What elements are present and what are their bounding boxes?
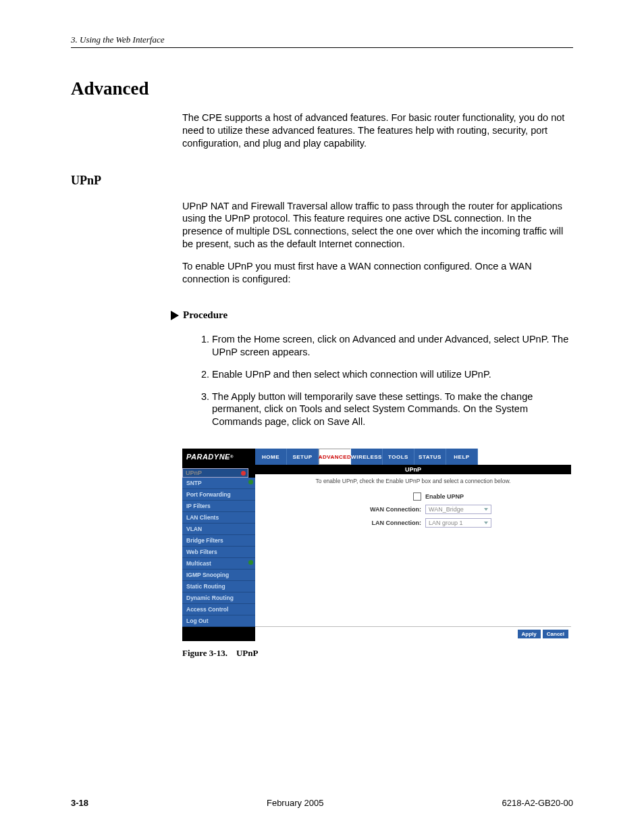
page-footer: 3-18 February 2005 6218-A2-GB20-00 <box>71 798 573 808</box>
step-1: From the Home screen, click on Advanced … <box>212 333 570 359</box>
procedure-label: Procedure <box>183 309 227 321</box>
procedure-triangle-icon <box>171 311 179 320</box>
step-3: The Apply button will temporarily save t… <box>212 390 570 429</box>
footer-doc-id: 6218-A2-GB20-00 <box>502 798 573 808</box>
tab-help[interactable]: HELP <box>446 449 478 465</box>
enable-upnp-checkbox[interactable] <box>413 492 421 501</box>
router-screenshot: PARADYNE® HOME SETUP ADVANCED WIRELESS T… <box>182 449 571 641</box>
sidebar-item-igmp-snooping[interactable]: IGMP Snooping <box>182 570 255 581</box>
procedure-steps: From the Home screen, click on Advanced … <box>196 333 570 428</box>
top-tabs: HOME SETUP ADVANCED WIRELESS TOOLS STATU… <box>255 449 571 465</box>
tab-setup[interactable]: SETUP <box>287 449 319 465</box>
running-header: 3. Using the Web Interface <box>71 34 165 45</box>
tab-tools[interactable]: TOOLS <box>383 449 414 465</box>
tab-home[interactable]: HOME <box>255 449 287 465</box>
enable-upnp-label: Enable UPNP <box>425 493 506 500</box>
section-upnp-heading: UPnP <box>71 174 573 188</box>
footer-date: February 2005 <box>267 798 324 808</box>
sidebar-item-lan-clients[interactable]: LAN Clients <box>182 512 255 524</box>
page-number: 3-18 <box>71 798 88 808</box>
upnp-paragraph-1: UPnP NAT and Firewall Traversal allow tr… <box>182 200 570 251</box>
chevron-down-icon <box>484 508 488 511</box>
content-subtitle: To enable UPnP, check the Enable UPnP bo… <box>255 474 571 492</box>
sidebar-item-dynamic-routing[interactable]: Dynamic Routing <box>182 592 255 604</box>
tab-wireless[interactable]: WIRELESS <box>351 449 383 465</box>
sidebar-item-ip-filters[interactable]: IP Filters <box>182 501 255 512</box>
step-2: Enable UPnP and then select which connec… <box>212 368 570 381</box>
content-title: UPnP <box>255 465 571 474</box>
sidebar-item-vlan[interactable]: VLAN <box>182 524 255 535</box>
sidebar-item-web-filters[interactable]: Web Filters <box>182 547 255 558</box>
lan-connection-label: LAN Connection: <box>320 520 421 526</box>
tab-status[interactable]: STATUS <box>414 449 446 465</box>
figure-caption: Figure 3-13. UPnP <box>182 648 573 659</box>
page-title: Advanced <box>71 78 573 99</box>
sidebar-item-multicast[interactable]: Multicast <box>182 558 255 570</box>
sidebar: UPnP SNTP Port Forwarding IP Filters LAN… <box>182 465 255 641</box>
wan-connection-label: WAN Connection: <box>320 506 421 513</box>
tab-advanced[interactable]: ADVANCED <box>319 449 351 465</box>
sidebar-item-access-control[interactable]: Access Control <box>182 604 255 615</box>
intro-paragraph: The CPE supports a host of advanced feat… <box>182 111 570 150</box>
sidebar-item-upnp[interactable]: UPnP <box>182 468 248 478</box>
sidebar-item-bridge-filters[interactable]: Bridge Filters <box>182 535 255 547</box>
wan-connection-select[interactable]: WAN_Bridge <box>425 505 491 514</box>
upnp-paragraph-2: To enable UPnP you must first have a WAN… <box>182 260 570 286</box>
cancel-button[interactable]: Cancel <box>543 630 568 638</box>
sidebar-item-static-routing[interactable]: Static Routing <box>182 581 255 592</box>
apply-button[interactable]: Apply <box>518 630 541 638</box>
chevron-down-icon <box>484 522 488 524</box>
sidebar-item-log-out[interactable]: Log Out <box>182 615 255 627</box>
sidebar-item-port-forwarding[interactable]: Port Forwarding <box>182 489 255 501</box>
brand-logo: PARADYNE® <box>182 449 255 465</box>
sidebar-item-sntp[interactable]: SNTP <box>182 478 255 489</box>
lan-connection-select[interactable]: LAN group 1 <box>425 518 491 528</box>
